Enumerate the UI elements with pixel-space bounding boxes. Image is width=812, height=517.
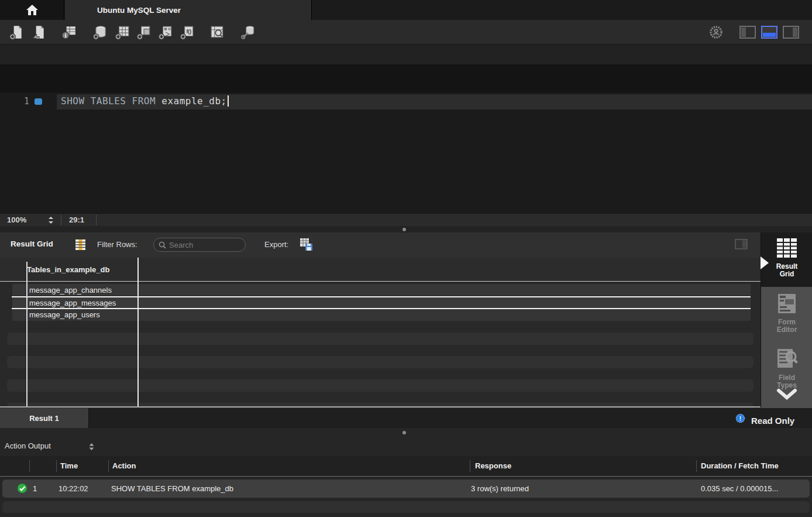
action-output-stepper-icon[interactable] — [88, 443, 95, 451]
form-editor-icon — [776, 293, 798, 315]
sql-identifier: example_db; — [156, 95, 227, 107]
line-number: 1 — [14, 96, 29, 107]
table-row[interactable] — [12, 284, 751, 296]
read-only-label: Read Only — [751, 416, 794, 426]
column-header-action[interactable]: Action — [112, 461, 136, 470]
success-check-icon — [17, 483, 27, 494]
chevron-down-icon[interactable] — [776, 388, 797, 402]
action-output-row[interactable]: 1 10:22:02 SHOW TABLES FROM example_db 3… — [2, 480, 810, 498]
sql-editor[interactable]: 1 SHOW TABLES FROM example_db; — [0, 93, 812, 213]
divider — [96, 215, 97, 225]
sidebar-item-label: Form Editor — [769, 319, 804, 334]
table-row[interactable] — [12, 309, 751, 321]
column-header-tables-in-example-db[interactable]: Tables_in_example_db — [27, 265, 109, 274]
open-sql-file-icon[interactable] — [31, 25, 46, 40]
query-toolbar: Limit to 1000 rows ★ + ¶ ↵ — [0, 64, 812, 93]
sidebar-collapse-arrow-icon[interactable] — [761, 256, 769, 269]
sidebar-item-form-editor[interactable]: Form Editor — [761, 293, 812, 334]
sidebar-item-label: Result Grid — [769, 263, 804, 278]
result-tab-label: Result 1 — [29, 414, 59, 423]
grid-bottom-border — [0, 406, 761, 408]
row-duration: 0.035 sec / 0.000015... — [701, 484, 778, 493]
toggle-right-panel-icon[interactable] — [783, 25, 799, 40]
grid-header-row: Tables_in_example_db — [0, 258, 761, 282]
svg-text:f(): f() — [186, 29, 191, 35]
result-tab[interactable]: Result 1 — [0, 408, 89, 428]
create-function-icon[interactable]: f() — [180, 25, 195, 40]
cell-value[interactable]: message_app_messages — [29, 299, 116, 307]
divider — [56, 460, 57, 472]
search-input[interactable] — [169, 241, 233, 249]
action-output-bar: Action Output — [0, 436, 812, 456]
row-response: 3 row(s) returned — [471, 484, 529, 493]
grid-vertical-line — [26, 262, 27, 406]
mysql-workbench-window: Ubuntu MySQL Server i — [0, 0, 812, 517]
cell-value[interactable]: message_app_channels — [29, 286, 112, 295]
sql-code-line[interactable]: SHOW TABLES FROM example_db; — [61, 95, 229, 107]
sidebar-item-result-grid[interactable]: Result Grid — [761, 237, 812, 278]
svg-text:!: ! — [739, 416, 741, 422]
row-index: 1 — [33, 484, 37, 493]
create-view-icon[interactable] — [136, 25, 152, 40]
cursor-position: 29:1 — [69, 215, 84, 224]
action-output-header: Time Action Response Duration / Fetch Ti… — [0, 456, 812, 477]
read-only-info-icon: ! — [735, 413, 745, 423]
query-tabbar: Query 1 — [0, 44, 812, 64]
empty-row-stripe — [7, 403, 753, 408]
field-types-icon — [775, 347, 799, 371]
sql-keywords: SHOW TABLES FROM — [61, 95, 156, 107]
empty-row-stripe — [7, 356, 753, 368]
divider — [29, 460, 30, 472]
create-table-icon[interactable] — [115, 25, 130, 40]
empty-row-stripe — [2, 501, 810, 513]
table-row[interactable] — [12, 297, 751, 309]
horizontal-splitter[interactable] — [0, 226, 812, 232]
column-header-response[interactable]: Response — [475, 461, 511, 470]
connection-tabbar: Ubuntu MySQL Server — [0, 0, 812, 20]
result-grid-toolbar: Result Grid Filter Rows: Export: — [0, 232, 761, 258]
column-header-duration[interactable]: Duration / Fetch Time — [701, 461, 779, 470]
result-grid-icon — [775, 237, 799, 259]
search-icon — [159, 241, 166, 249]
column-divider[interactable] — [137, 258, 139, 406]
row-time: 10:22:02 — [59, 484, 88, 493]
divider — [61, 215, 61, 225]
new-query-tab-icon[interactable] — [9, 25, 24, 40]
toggle-preview-panel-icon[interactable] — [735, 239, 748, 249]
splitter-handle-icon — [402, 431, 406, 434]
sidebar-item-field-types[interactable]: Field Types — [761, 347, 812, 389]
toggle-bottom-panel-icon[interactable] — [761, 25, 777, 40]
text-caret — [228, 95, 229, 107]
filter-search-box[interactable] — [153, 238, 246, 252]
action-output-title: Action Output — [5, 441, 51, 450]
grid-columns-icon[interactable] — [75, 239, 86, 251]
search-data-icon[interactable] — [209, 25, 225, 40]
toggle-left-panel-icon[interactable] — [739, 25, 756, 40]
workbench-badge-icon — [708, 25, 724, 40]
inspector-icon[interactable]: i — [61, 25, 77, 40]
result-grid-table: Tables_in_example_db message_app_channel… — [0, 258, 761, 408]
divider — [696, 460, 697, 472]
connection-tab[interactable]: Ubuntu MySQL Server — [65, 0, 312, 20]
create-procedure-icon[interactable] — [158, 25, 173, 40]
home-icon — [25, 4, 39, 16]
column-header-time[interactable]: Time — [60, 461, 78, 470]
zoom-level: 100% — [7, 215, 26, 224]
cell-value[interactable]: message_app_users — [29, 310, 100, 319]
server-admin-icon[interactable] — [240, 25, 256, 40]
zoom-stepper-icon[interactable] — [47, 216, 55, 224]
empty-row-stripe — [7, 333, 753, 345]
export-label: Export: — [264, 240, 288, 249]
result-grid-title: Result Grid — [11, 239, 53, 248]
horizontal-splitter[interactable] — [0, 428, 812, 436]
connection-tab-label: Ubuntu MySQL Server — [97, 6, 181, 15]
splitter-handle-icon — [402, 228, 406, 231]
filter-rows-label: Filter Rows: — [97, 240, 137, 249]
export-recordset-icon[interactable] — [300, 238, 314, 252]
editor-status-bar: 100% 29:1 — [0, 213, 812, 226]
sidebar-item-label: Field Types — [769, 374, 804, 389]
home-tab[interactable] — [0, 0, 64, 20]
main-toolbar: i f() — [0, 20, 812, 44]
create-schema-icon[interactable] — [92, 25, 108, 40]
row-action: SHOW TABLES FROM example_db — [111, 484, 233, 493]
